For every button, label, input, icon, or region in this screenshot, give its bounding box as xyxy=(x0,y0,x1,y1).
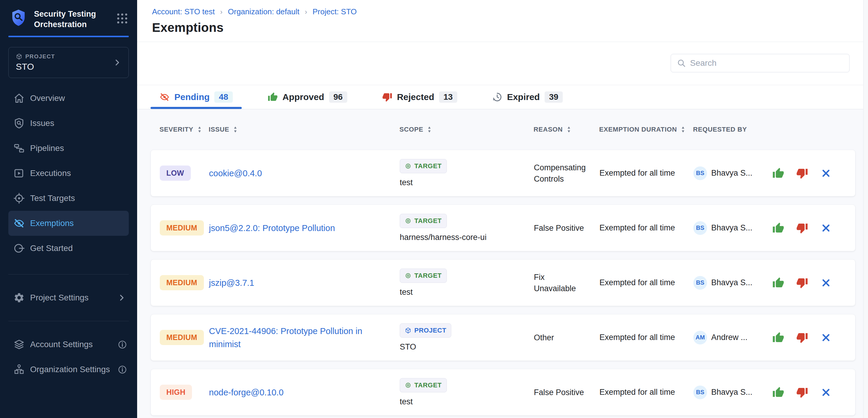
severity-badge: MEDIUM xyxy=(160,220,204,236)
reject-button[interactable] xyxy=(796,167,808,179)
sidebar-item-label: Get Started xyxy=(30,244,73,253)
exemption-row: MEDIUM jszip@3.7.1 TARGET test Fix Unava… xyxy=(151,259,856,306)
column-header-reason: REASON xyxy=(533,126,599,133)
sidebar-item-exemptions[interactable]: Exemptions xyxy=(8,211,129,236)
module-switcher-grid-icon[interactable] xyxy=(116,12,128,25)
sidebar-item-organization-settings[interactable]: Organization Settings xyxy=(8,357,129,382)
issue-link[interactable]: CVE-2021-44906: Prototype Pollution in m… xyxy=(209,326,362,349)
main-content: Account: STO test › Organization: defaul… xyxy=(137,0,868,418)
thumb-down-icon xyxy=(796,277,808,289)
exemption-duration: Exempted for all time xyxy=(599,333,693,342)
issue-link[interactable]: node-forge@0.10.0 xyxy=(209,388,283,397)
sidebar-item-overview[interactable]: Overview xyxy=(8,86,129,111)
approve-button[interactable] xyxy=(772,386,784,398)
issue-link[interactable]: json5@2.2.0: Prototype Pollution xyxy=(209,223,335,233)
sidebar-divider xyxy=(8,274,129,275)
sidebar-item-label: Executions xyxy=(30,169,71,178)
cube-icon xyxy=(405,327,411,334)
circle-line-icon xyxy=(13,243,25,254)
dismiss-button[interactable] xyxy=(820,277,832,289)
issue-link[interactable]: jszip@3.7.1 xyxy=(209,278,254,288)
tab-expired[interactable]: Expired 39 xyxy=(483,85,572,109)
tab-label: Approved xyxy=(283,92,324,102)
avatar: BS xyxy=(693,276,707,290)
sort-icon[interactable] xyxy=(197,126,202,133)
dismiss-button[interactable] xyxy=(820,332,832,344)
dismiss-button[interactable] xyxy=(820,222,832,234)
exemption-duration: Exempted for all time xyxy=(599,388,693,397)
page-title: Exemptions xyxy=(152,21,868,35)
severity-badge: MEDIUM xyxy=(160,275,204,290)
play-square-icon xyxy=(13,168,25,179)
eye-slash-icon xyxy=(13,218,25,229)
tab-label: Expired xyxy=(507,92,540,102)
issue-link[interactable]: cookie@0.4.0 xyxy=(209,169,262,178)
sort-icon[interactable] xyxy=(567,126,571,133)
scope-type-badge: TARGET xyxy=(400,214,447,228)
sidebar-item-account-settings[interactable]: Account Settings xyxy=(8,332,129,357)
reject-button[interactable] xyxy=(796,222,808,234)
reason: False Positive xyxy=(534,222,599,234)
sidebar-item-label: Pipelines xyxy=(30,143,64,153)
sidebar: Security Testing Orchestration PROJECT S… xyxy=(0,0,137,418)
project-selector[interactable]: PROJECT STO xyxy=(8,47,129,78)
sidebar-nav: Overview Issues Pipelines Executions Tes… xyxy=(0,86,137,261)
requester-name: Bhavya S... xyxy=(711,388,752,397)
reject-button[interactable] xyxy=(796,277,808,289)
sidebar-item-project-settings[interactable]: Project Settings xyxy=(8,285,129,310)
page-header: Account: STO test › Organization: defaul… xyxy=(137,0,868,42)
sidebar-item-issues[interactable]: Issues xyxy=(8,111,129,136)
info-icon[interactable] xyxy=(118,365,127,374)
sort-icon[interactable] xyxy=(428,126,431,133)
sort-icon[interactable] xyxy=(234,126,237,133)
sort-icon[interactable] xyxy=(681,126,685,133)
vertical-scrollbar[interactable] xyxy=(863,0,868,418)
breadcrumb-project-link[interactable]: Project: STO xyxy=(312,7,356,16)
tab-count-badge: 13 xyxy=(439,92,457,103)
exemption-row: HIGH node-forge@0.10.0 TARGET test False… xyxy=(151,369,856,416)
search-icon xyxy=(677,59,686,68)
dismiss-button[interactable] xyxy=(820,167,832,179)
breadcrumb-organization-link[interactable]: Organization: default xyxy=(228,7,300,16)
scope-name: test xyxy=(400,397,413,407)
tab-count-badge: 48 xyxy=(214,92,232,103)
close-x-icon xyxy=(821,278,831,288)
tab-label: Rejected xyxy=(397,92,434,102)
approve-button[interactable] xyxy=(772,222,784,234)
reject-button[interactable] xyxy=(796,386,808,398)
search-input[interactable] xyxy=(690,58,843,68)
approve-button[interactable] xyxy=(772,167,784,179)
sidebar-item-get-started[interactable]: Get Started xyxy=(8,236,129,261)
breadcrumb-separator-icon: › xyxy=(220,8,223,16)
reject-button[interactable] xyxy=(796,332,808,344)
cube-icon xyxy=(16,53,22,60)
exemption-duration: Exempted for all time xyxy=(599,278,693,287)
sidebar-item-test-targets[interactable]: Test Targets xyxy=(8,186,129,211)
sidebar-item-pipelines[interactable]: Pipelines xyxy=(8,136,129,161)
target-rings-icon xyxy=(405,382,411,388)
sidebar-item-label: Exemptions xyxy=(30,218,73,228)
approve-button[interactable] xyxy=(772,277,784,289)
avatar: BS xyxy=(693,221,707,235)
sidebar-item-label: Issues xyxy=(30,118,54,128)
project-selector-value: STO xyxy=(16,62,113,72)
tab-pending[interactable]: Pending 48 xyxy=(151,85,242,109)
dismiss-button[interactable] xyxy=(820,386,832,398)
brand-accent-bar xyxy=(8,36,129,37)
scope-name: test xyxy=(400,178,413,187)
sidebar-item-executions[interactable]: Executions xyxy=(8,161,129,186)
scope-type-badge: TARGET xyxy=(400,159,447,173)
requester-name: Bhavya S... xyxy=(711,223,752,233)
scope-type-badge: PROJECT xyxy=(400,323,451,338)
column-header-issue: ISSUE xyxy=(209,126,399,133)
reason: Other xyxy=(534,332,599,343)
scope-type-badge: TARGET xyxy=(400,269,447,283)
requester-name: Andrew ... xyxy=(711,333,748,342)
requester-name: Bhavya S... xyxy=(711,278,752,287)
shield-search-icon xyxy=(13,117,25,129)
approve-button[interactable] xyxy=(772,332,784,344)
tab-rejected[interactable]: Rejected 13 xyxy=(373,85,466,109)
info-icon[interactable] xyxy=(118,340,127,349)
breadcrumb-account-link[interactable]: Account: STO test xyxy=(152,7,215,16)
tab-approved[interactable]: Approved 96 xyxy=(259,85,356,109)
